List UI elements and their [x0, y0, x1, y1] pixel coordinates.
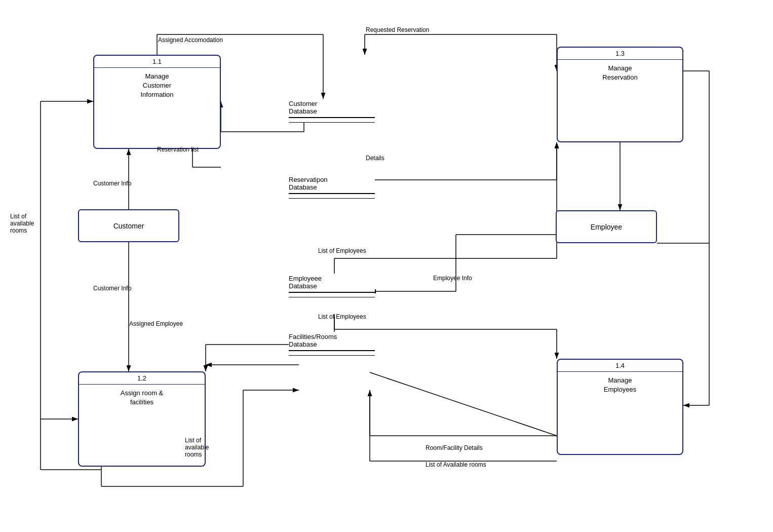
customer-entity: Customer	[78, 209, 179, 242]
employee-entity: Employee	[556, 210, 657, 243]
box-14: 1.4 ManageEmployees	[557, 359, 683, 455]
diagram-container: 1.1 ManageCustomerInformation 1.2 Assign…	[0, 0, 773, 532]
facilities-database: Facilities/RoomsDatabase	[289, 332, 375, 356]
box-13: 1.3 ManageReservation	[557, 47, 683, 142]
box-13-number: 1.3	[558, 48, 682, 60]
label-room-facility-details: Room/Facility Details	[426, 444, 483, 451]
label-list-available-rooms-bottom: List of Available rooms	[426, 461, 486, 468]
box-12-number: 1.2	[79, 372, 205, 385]
employee-database: EmployeeeDatabase	[289, 274, 375, 297]
customer-db-label: CustomerDatabase	[289, 99, 375, 118]
box-14-number: 1.4	[558, 360, 682, 372]
box-14-title: ManageEmployees	[558, 372, 682, 398]
box-13-title: ManageReservation	[558, 60, 682, 86]
customer-database: CustomerDatabase	[289, 99, 375, 123]
label-list-available-rooms-lower: List ofavailablerooms	[185, 437, 209, 458]
employee-db-label: EmployeeeDatabase	[289, 274, 375, 293]
label-customer-info-upper: Customer Info	[93, 180, 131, 187]
label-assigned-accomodation: Assigned Accomodation	[158, 36, 223, 44]
label-list-employees-lower: List of Employees	[318, 313, 366, 320]
label-employee-info: Employee Info	[433, 275, 472, 282]
svg-line-39	[370, 372, 557, 436]
label-customer-info-lower: Customer Info	[93, 285, 131, 292]
reservation-db-label: ReservatiponDatabase	[289, 175, 375, 194]
label-list-available-rooms: List ofavailablerooms	[10, 213, 34, 234]
label-reservation-list: Reservation list	[157, 146, 199, 153]
box-11: 1.1 ManageCustomerInformation	[93, 55, 221, 149]
employee-entity-label: Employee	[591, 223, 622, 231]
box-11-title: ManageCustomerInformation	[94, 68, 220, 104]
facilities-db-label: Facilities/RoomsDatabase	[289, 332, 375, 351]
label-requested-reservation: Requested Reservation	[366, 26, 429, 33]
box-11-number: 1.1	[94, 56, 220, 68]
customer-entity-label: Customer	[113, 222, 144, 230]
label-list-employees-upper: List of Employees	[318, 247, 366, 254]
box-12-title: Assign room &facilities	[79, 385, 205, 411]
label-assigned-employee: Assigned Employee	[129, 320, 183, 327]
reservation-database: ReservatiponDatabase	[289, 175, 375, 199]
label-details: Details	[366, 155, 384, 162]
